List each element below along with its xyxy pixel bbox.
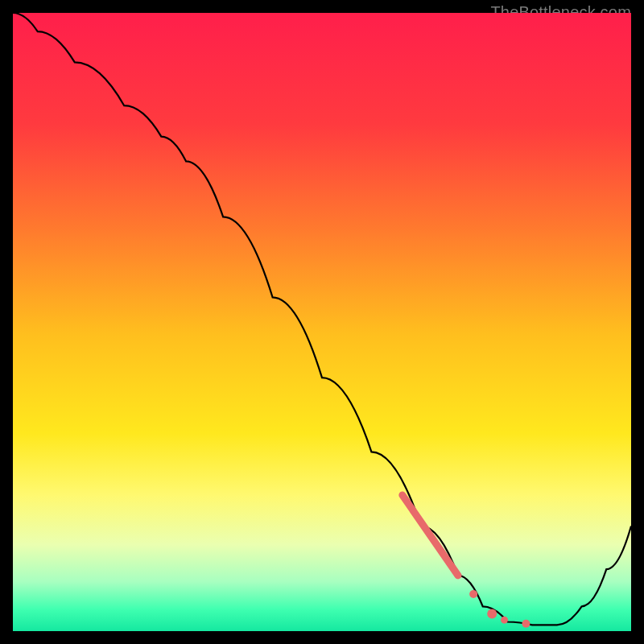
highlight-dot [469, 590, 477, 598]
highlight-dot [501, 617, 508, 624]
chart-frame: TheBottleneck.com [13, 13, 631, 631]
highlight-dot [522, 620, 530, 628]
gradient-background [13, 13, 631, 631]
bottleneck-chart [13, 13, 631, 631]
highlight-dot [487, 609, 497, 618]
